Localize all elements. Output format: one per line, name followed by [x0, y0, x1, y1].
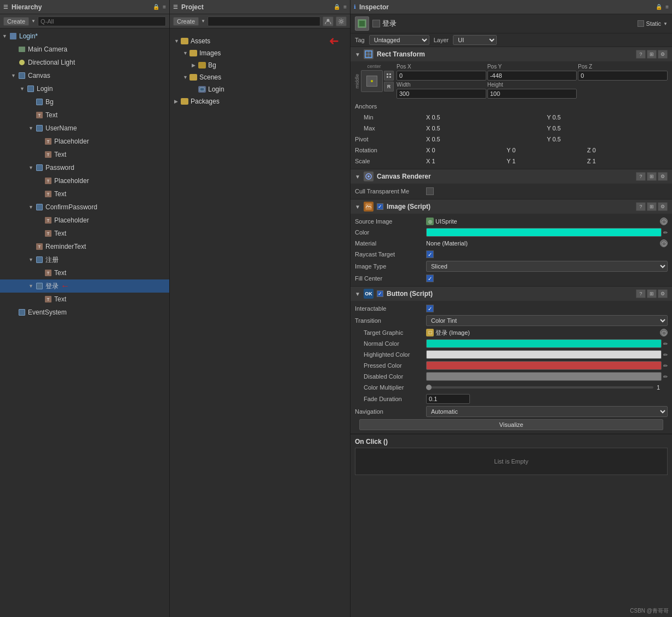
disabled-color-bar[interactable]: [426, 372, 662, 381]
image-enable-checkbox[interactable]: ✓: [377, 203, 383, 210]
comp-expand-btn[interactable]: ⊞: [647, 50, 657, 59]
rect-transform-header[interactable]: ▼ Rect Transform ? ⊞ ⚙: [351, 47, 672, 61]
interactable-checkbox[interactable]: ✓: [426, 305, 434, 312]
edit-pencil-icon[interactable]: ✏: [663, 341, 668, 347]
tree-item-un-text[interactable]: T Text: [0, 148, 169, 161]
navigation-dropdown[interactable]: Automatic: [426, 406, 668, 417]
project-create-button[interactable]: Create: [173, 17, 199, 26]
comp-doc-btn[interactable]: ?: [636, 202, 646, 211]
target-graphic-select-btn[interactable]: ◯: [660, 329, 668, 336]
tree-item-remindertext[interactable]: T ReminderText: [0, 240, 169, 253]
transition-dropdown[interactable]: Color Tint: [426, 315, 668, 326]
folder-icon: [181, 98, 188, 105]
tree-item-pw-text[interactable]: T Text: [0, 187, 169, 201]
canvas-renderer-header[interactable]: ▼ Canvas Renderer ? ⊞ ⚙: [351, 169, 672, 184]
comp-menu-btn[interactable]: ⚙: [658, 289, 668, 298]
static-dropdown-icon[interactable]: ▼: [663, 21, 668, 26]
menu-icon[interactable]: ≡: [163, 4, 166, 10]
rt-grid-btn[interactable]: [384, 71, 394, 81]
menu-icon[interactable]: ≡: [343, 4, 347, 10]
active-checkbox[interactable]: [372, 20, 380, 27]
fill-center-checkbox[interactable]: ✓: [426, 275, 434, 282]
tree-item-cp-placeholder[interactable]: T Placeholder: [0, 214, 169, 227]
tree-item-login[interactable]: ▼ Login: [0, 82, 169, 95]
comp-expand-btn[interactable]: ⊞: [647, 289, 657, 298]
button-enable-checkbox[interactable]: ✓: [377, 290, 383, 297]
tree-item-confirmpassword[interactable]: ▼ ConfirmPassword: [0, 201, 169, 214]
comp-expand-btn[interactable]: ⊞: [647, 172, 657, 181]
rt-r-btn[interactable]: R: [384, 82, 394, 92]
edit-pencil-icon[interactable]: ✏: [663, 374, 668, 380]
comp-doc-btn[interactable]: ?: [636, 172, 646, 181]
tree-item-username[interactable]: ▼ UserName: [0, 122, 169, 135]
tree-item-cp-text[interactable]: T Text: [0, 227, 169, 240]
tree-item-text-login[interactable]: T Text: [0, 108, 169, 122]
tree-item-password[interactable]: ▼ Password: [0, 161, 169, 174]
max-label: Max: [355, 125, 426, 132]
fade-duration-input[interactable]: [426, 394, 470, 404]
hierarchy-create-button[interactable]: Create: [3, 17, 29, 26]
lock-icon[interactable]: 🔒: [656, 4, 662, 10]
lock-icon[interactable]: 🔒: [334, 4, 340, 10]
comp-menu-btn[interactable]: ⚙: [658, 50, 668, 59]
project-item-images[interactable]: ▼ Images: [170, 47, 350, 59]
project-item-assets[interactable]: ▼ Assets: [170, 35, 350, 47]
color-bar[interactable]: [426, 228, 662, 237]
tree-item-denglu[interactable]: ▼ 登录 ←: [0, 279, 169, 293]
edit-pencil-icon[interactable]: ✏: [663, 352, 668, 358]
normal-color-bar[interactable]: [426, 339, 662, 348]
visualize-button[interactable]: Visualize: [359, 419, 663, 430]
material-select-btn[interactable]: ◯: [660, 239, 668, 247]
menu-icon[interactable]: ≡: [665, 4, 669, 10]
folder-label: Scenes: [199, 73, 221, 81]
tree-item-zhuce-text[interactable]: T Text: [0, 266, 169, 279]
pos-x-input[interactable]: [397, 71, 486, 81]
source-image-select-btn[interactable]: ◯: [660, 218, 668, 225]
layer-dropdown[interactable]: UI: [453, 35, 497, 45]
project-item-scenes[interactable]: ▼ Scenes: [170, 71, 350, 83]
project-settings-icon[interactable]: [336, 16, 347, 26]
pos-z-input[interactable]: [578, 71, 668, 81]
tree-item-directional-light[interactable]: Directional Light: [0, 56, 169, 69]
edit-pencil-icon[interactable]: ✏: [663, 363, 668, 369]
image-script-header[interactable]: ▼ ✓ Image (Script) ? ⊞ ⚙: [351, 199, 672, 214]
tag-dropdown[interactable]: Untagged: [369, 35, 429, 45]
image-type-dropdown[interactable]: Sliced: [426, 261, 668, 272]
button-script-header[interactable]: ▼ OK ✓ Button (Script) ? ⊞ ⚙: [351, 287, 672, 301]
tree-item-login-scene[interactable]: ▼ Login*: [0, 30, 169, 43]
project-item-packages[interactable]: ▶ Packages: [170, 95, 350, 107]
comp-doc-btn[interactable]: ?: [636, 289, 646, 298]
comp-menu-btn[interactable]: ⚙: [658, 202, 668, 211]
edit-pencil-icon[interactable]: ✏: [663, 230, 668, 236]
highlighted-color-bar[interactable]: [426, 350, 662, 359]
hierarchy-search-input[interactable]: [38, 16, 166, 26]
pressed-color-bar[interactable]: [426, 361, 662, 370]
height-input[interactable]: [487, 89, 577, 99]
tree-item-un-placeholder[interactable]: T Placeholder: [0, 135, 169, 148]
width-input[interactable]: [397, 89, 486, 99]
project-item-login-scene[interactable]: Login: [170, 83, 350, 95]
raycast-checkbox[interactable]: ✓: [426, 250, 434, 258]
color-multiplier-slider[interactable]: [426, 386, 653, 389]
tree-item-eventsystem[interactable]: EventSystem: [0, 306, 169, 319]
cull-checkbox[interactable]: [426, 187, 434, 195]
comp-doc-btn[interactable]: ?: [636, 50, 646, 59]
anchor-widget[interactable]: [361, 70, 383, 92]
tree-item-zhuce[interactable]: ▼ 注册: [0, 253, 169, 266]
comp-menu-btn[interactable]: ⚙: [658, 172, 668, 181]
lock-icon[interactable]: 🔒: [153, 4, 159, 10]
static-checkbox[interactable]: [637, 20, 644, 27]
project-person-icon[interactable]: [323, 16, 334, 26]
tree-item-bg[interactable]: Bg: [0, 95, 169, 108]
comp-expand-btn[interactable]: ⊞: [647, 202, 657, 211]
tree-item-canvas[interactable]: ▼ Canvas: [0, 69, 169, 82]
text-icon: T: [35, 111, 44, 119]
max-y-val: Y 0.5: [547, 125, 668, 132]
project-search-input[interactable]: [208, 16, 320, 26]
project-item-bg[interactable]: ▶ Bg: [170, 59, 350, 71]
pos-y-input[interactable]: [487, 71, 577, 81]
tree-item-denglu-text[interactable]: T Text: [0, 293, 169, 306]
tree-item-pw-placeholder[interactable]: T Placeholder: [0, 174, 169, 187]
tree-label: Text: [54, 151, 66, 158]
tree-item-main-camera[interactable]: Main Camera: [0, 43, 169, 56]
